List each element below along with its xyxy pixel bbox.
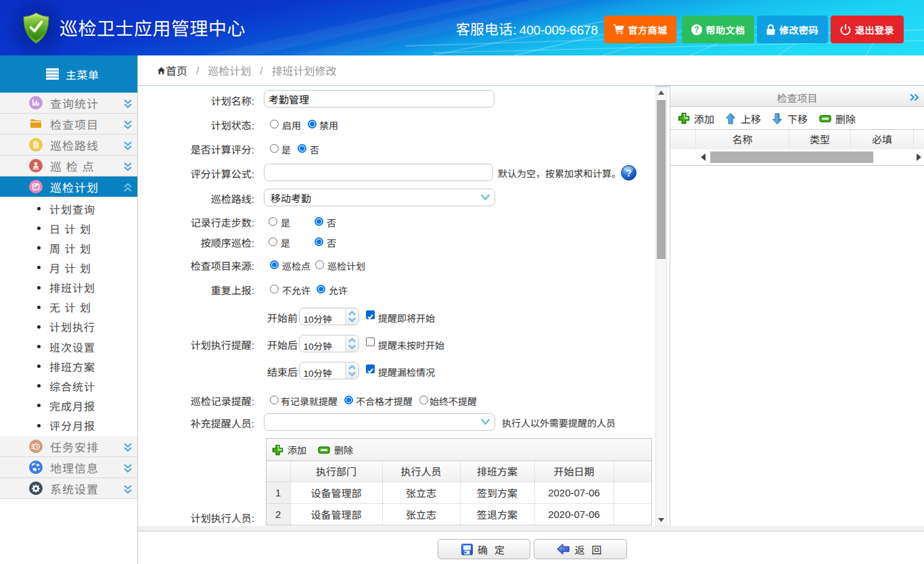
- svg-text:?: ?: [626, 168, 632, 179]
- svg-text:?: ?: [694, 25, 699, 34]
